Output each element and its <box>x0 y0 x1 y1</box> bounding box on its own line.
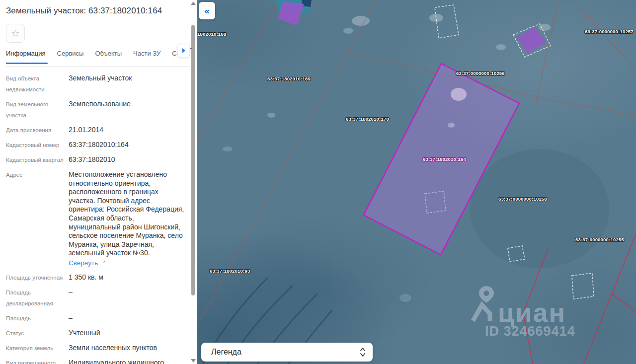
address-text: Местоположение установлено относительно … <box>69 170 184 257</box>
scroll-up-icon[interactable] <box>191 1 196 5</box>
info-panel: Земельный участок: 63:37:1802010:164 ☆ И… <box>0 0 197 364</box>
map-overlay-graphics: циан ID 324669414 <box>197 0 636 364</box>
parcel-label: 63:37:1802010:169 <box>267 76 311 81</box>
tab-parts[interactable]: Части ЗУ <box>133 50 160 64</box>
scrollbar-thumb[interactable] <box>191 25 195 295</box>
legend-label: Легенда <box>211 348 360 357</box>
parcel-label: 63:37:0000000:10256 <box>456 71 505 76</box>
map-canvas[interactable]: циан ID 324669414 1802010:168 63:37:1802… <box>197 0 636 364</box>
collapse-address-link[interactable]: Свернуть <box>69 259 98 268</box>
parcel-label: 63:37:0000000:10257 <box>585 29 634 34</box>
tab-services[interactable]: Сервисы <box>57 50 84 64</box>
parcel-label: 63:37:1802010:93 <box>210 268 250 274</box>
parcel-label: 63:37:0000000:10255 <box>575 237 624 242</box>
field-cadastral-number: Кадастровый номер 63:37:1802010:164 <box>6 140 187 150</box>
tab-objects[interactable]: Объекты <box>95 50 122 64</box>
panel-scrollbar[interactable] <box>190 0 197 364</box>
selected-parcel-label: 63:37:1802010:164 <box>423 156 466 162</box>
field-object-kind: Вид объекта недвижимости Земельный участ… <box>6 73 187 95</box>
favorite-button[interactable]: ☆ <box>6 24 25 43</box>
watermark-cian-logo: циан ID 324669414 <box>473 286 575 339</box>
field-status: Статус Учтенный <box>6 328 187 339</box>
chevron-up-icon[interactable]: ⌃ <box>102 260 106 266</box>
parcel-label: 1802010:168 <box>197 31 226 37</box>
field-land-category: Категория земель Земли населенных пункто… <box>6 343 187 354</box>
legend-dropdown[interactable]: Легенда <box>201 343 373 362</box>
tab-information[interactable]: Информация <box>6 50 46 64</box>
double-chevron-left-icon: « <box>204 5 210 16</box>
field-assign-date: Дата присвоения 21.01.2014 <box>6 125 187 136</box>
field-permitted-use: Вид разрешенного использования Индивидуа… <box>6 358 187 364</box>
svg-text:циан: циан <box>498 297 566 327</box>
cadastral-map-app: Земельный участок: 63:37:1802010:164 ☆ И… <box>0 0 636 364</box>
tabs-scroll-right-button[interactable] <box>177 44 190 58</box>
page-title: Земельный участок: 63:37:1802010:164 <box>6 6 187 16</box>
field-address: Адрес Местоположение установлено относит… <box>6 169 187 268</box>
chevron-right-icon <box>182 48 185 53</box>
field-area-declared: Площадь декларированная – <box>6 287 187 309</box>
star-icon: ☆ <box>11 27 20 39</box>
parcel-label: 63:37:1802010:170 <box>346 116 389 122</box>
collapse-panel-button[interactable]: « <box>199 2 215 19</box>
field-cadastral-block: Кадастровый квартал 63:37:1802010 <box>6 154 187 165</box>
legend-toggle-icon[interactable] <box>360 347 366 358</box>
field-area: Площадь – <box>6 313 187 324</box>
parcel-label: 63:37:0000000:10258 <box>498 196 547 202</box>
field-area-refined: Площадь уточненная 1 350 кв. м <box>6 272 187 283</box>
field-parcel-kind: Вид земельного участка Землепользование <box>6 99 187 121</box>
scroll-down-icon[interactable] <box>191 359 196 363</box>
tab-bar: Информация Сервисы Объекты Части ЗУ Сост… <box>6 50 191 67</box>
field-list: Вид объекта недвижимости Земельный участ… <box>6 73 187 364</box>
svg-text:ID 324669414: ID 324669414 <box>485 324 575 339</box>
